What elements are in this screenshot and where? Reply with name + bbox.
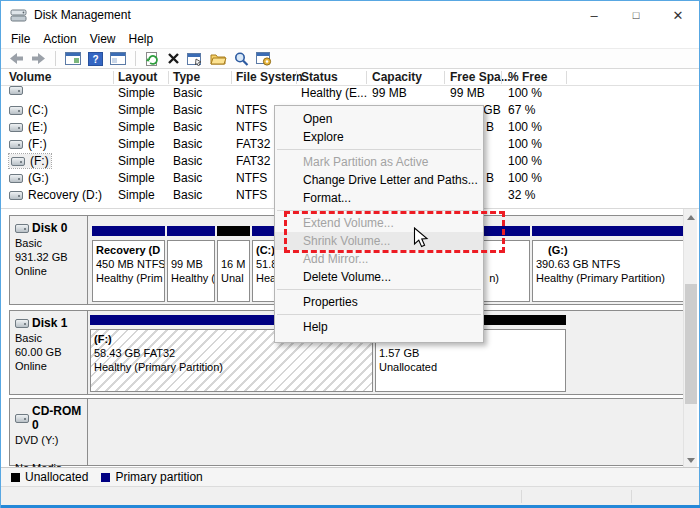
column-separator[interactable] xyxy=(444,71,445,84)
menu-action[interactable]: Action xyxy=(43,32,85,46)
free-space-cell: 99 MB xyxy=(450,86,485,100)
partition-title xyxy=(221,243,246,257)
type-cell: Basic xyxy=(173,188,202,202)
layout-cell: Simple xyxy=(118,171,155,185)
action-pane-icon[interactable] xyxy=(110,52,126,65)
volume-icon xyxy=(11,157,25,166)
disk0-type: Basic xyxy=(15,236,83,250)
col-volume[interactable]: Volume xyxy=(9,70,51,84)
volume-name: (F:) xyxy=(28,137,47,151)
pct-free-cell: 100 % xyxy=(508,137,542,151)
column-separator[interactable] xyxy=(566,71,567,84)
forward-icon[interactable] xyxy=(31,52,46,65)
partition-title: (G:) xyxy=(536,243,680,257)
cdrom-icon xyxy=(15,414,29,423)
fs-cell: NTFS xyxy=(236,103,267,117)
close-icon: ✕ xyxy=(673,8,684,23)
menu-help[interactable]: Help xyxy=(129,32,163,46)
column-separator[interactable] xyxy=(113,71,114,84)
status-bar-separator xyxy=(631,490,632,503)
partition-status: Healthy (Primary Partition) xyxy=(94,360,369,374)
type-cell: Basic xyxy=(173,86,202,100)
col-type[interactable]: Type xyxy=(173,70,200,84)
menu-item-format[interactable]: Format... xyxy=(275,189,483,207)
unallocated-stripe xyxy=(217,226,250,236)
col-capacity[interactable]: Capacity xyxy=(372,70,422,84)
type-cell: Basic xyxy=(173,120,202,134)
table-row[interactable]: Simple Basic Healthy (E... 99 MB 99 MB 1… xyxy=(1,84,699,101)
vertical-scrollbar[interactable] xyxy=(683,209,697,468)
fs-cell: NTFS xyxy=(236,120,267,134)
zoom-icon[interactable] xyxy=(234,52,249,66)
scroll-up-icon xyxy=(687,215,695,220)
open-folder-icon[interactable] xyxy=(210,52,227,65)
minimize-button[interactable]: – xyxy=(573,1,615,29)
close-button[interactable]: ✕ xyxy=(657,1,699,29)
disk0-status: Online xyxy=(15,264,83,278)
col-status[interactable]: Status xyxy=(301,70,338,84)
pct-free-cell: 100 % xyxy=(508,171,542,185)
toolbar: ? xyxy=(1,48,699,69)
layout-cell: Simple xyxy=(118,86,155,100)
disk1-name: Disk 1 xyxy=(32,316,67,330)
cdrom-name: CD-ROM 0 xyxy=(32,404,83,432)
menu-item-open[interactable]: Open xyxy=(275,110,483,128)
menu-item-change-drive-letter[interactable]: Change Drive Letter and Paths... xyxy=(275,171,483,189)
menu-item-properties[interactable]: Properties xyxy=(275,293,483,311)
cdrom-row: CD-ROM 0 DVD (Y:) No Media xyxy=(9,398,685,466)
volume-icon xyxy=(9,86,23,95)
disk0-label[interactable]: Disk 0 Basic 931.32 GB Online xyxy=(10,216,88,304)
console-window-icon[interactable] xyxy=(65,52,81,65)
cdrom-label[interactable]: CD-ROM 0 DVD (Y:) No Media xyxy=(10,399,88,465)
delete-icon[interactable] xyxy=(167,52,180,65)
partition-unallocated-small[interactable]: 16 M Unal xyxy=(217,226,250,302)
cdrom-drive-letter: DVD (Y:) xyxy=(15,433,83,447)
col-file-system[interactable]: File System xyxy=(236,70,303,84)
refresh-icon[interactable] xyxy=(145,52,160,66)
pct-free-cell: 32 % xyxy=(508,188,535,202)
help-icon[interactable]: ? xyxy=(88,52,103,66)
menu-item-help[interactable]: Help xyxy=(275,318,483,336)
menu-view[interactable]: View xyxy=(90,32,125,46)
volume-icon xyxy=(9,123,23,132)
primary-partition-stripe xyxy=(532,226,684,236)
back-icon[interactable] xyxy=(9,52,24,65)
manage-icon[interactable] xyxy=(256,52,272,66)
capacity-cell: 99 MB xyxy=(372,86,407,100)
scroll-down-button[interactable] xyxy=(684,452,698,468)
column-separator[interactable] xyxy=(168,71,169,84)
menu-item-explore[interactable]: Explore xyxy=(275,128,483,146)
disk0-size: 931.32 GB xyxy=(15,250,83,264)
disk-icon xyxy=(15,319,29,328)
menu-file[interactable]: File xyxy=(11,32,39,46)
disk1-label[interactable]: Disk 1 Basic 60.00 GB Online xyxy=(10,311,88,394)
volume-name: Recovery (D:) xyxy=(28,188,102,202)
partition-size: 99 MB xyxy=(171,257,211,271)
partition-system[interactable]: 99 MB Healthy ( xyxy=(167,226,215,302)
scroll-up-button[interactable] xyxy=(684,209,698,225)
type-cell: Basic xyxy=(173,171,202,185)
menu-bar: File Action View Help xyxy=(1,29,699,48)
partition-g[interactable]: (G:) 390.63 GB NTFS Healthy (Primary Par… xyxy=(532,226,684,302)
partition-size: 450 MB NTFS xyxy=(96,257,161,271)
volume-name: (C:) xyxy=(28,103,48,117)
col-pct-free[interactable]: % Free xyxy=(508,70,547,84)
scrollbar-thumb[interactable] xyxy=(685,284,697,404)
partition-size: 16 M xyxy=(221,257,246,271)
col-layout[interactable]: Layout xyxy=(118,70,157,84)
menu-separator xyxy=(277,149,481,150)
partition-title xyxy=(171,243,211,257)
unallocated-legend-swatch xyxy=(11,473,20,482)
unallocated-legend-label: Unallocated xyxy=(25,470,88,484)
partition-recovery[interactable]: Recovery (D 450 MB NTFS Healthy (Prim xyxy=(92,226,165,302)
menu-item-delete-volume[interactable]: Delete Volume... xyxy=(275,268,483,286)
disk1-status: Online xyxy=(15,359,83,373)
column-separator[interactable] xyxy=(296,71,297,84)
column-separator[interactable] xyxy=(366,71,367,84)
column-separator[interactable] xyxy=(231,71,232,84)
scroll-down-icon xyxy=(687,458,695,463)
column-separator[interactable] xyxy=(501,71,502,84)
properties-icon[interactable] xyxy=(187,52,203,66)
maximize-button[interactable]: □ xyxy=(615,1,657,29)
svg-text:?: ? xyxy=(92,53,98,64)
